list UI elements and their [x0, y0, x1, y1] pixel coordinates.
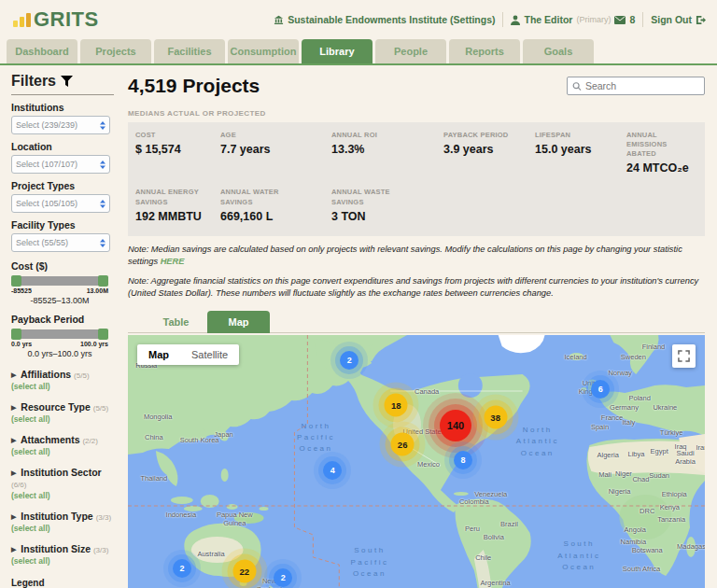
- mail-count[interactable]: 8: [629, 14, 635, 25]
- filter-select[interactable]: Select (239/239): [11, 116, 110, 134]
- stat-label: ANNUAL WASTE SAVINGS: [331, 188, 414, 206]
- filter-section-header[interactable]: ▶ Institution Size (3/3): [11, 543, 114, 554]
- filter-section: ▶ Affiliations (5/5) (select all): [11, 369, 114, 391]
- select-all-link[interactable]: (select all): [11, 447, 114, 456]
- filter-dropdown-group: Project Types Select (105/105): [11, 180, 114, 213]
- nav-tab[interactable]: Reports: [449, 39, 520, 63]
- view-tab[interactable]: Table: [145, 311, 207, 333]
- stat-label: ANNUAL ROI: [331, 131, 414, 140]
- filter-select[interactable]: Select (55/55): [11, 233, 110, 252]
- filter-section: ▶ Attachments (2/2) (select all): [11, 434, 114, 456]
- stat: ANNUAL WATER SAVINGS 669,160 L: [220, 188, 331, 222]
- stat: COST $ 15,574: [135, 131, 220, 175]
- stat-value: 3 TON: [331, 210, 443, 223]
- chevron-right-icon: ▶: [11, 469, 16, 476]
- sign-out-link[interactable]: Sign Out: [651, 14, 706, 25]
- institution-settings-link[interactable]: Sustainable Endowments Institute (Settin…: [274, 14, 495, 25]
- mail-icon[interactable]: [614, 16, 626, 24]
- nav-tab[interactable]: Facilities: [154, 39, 225, 63]
- stat-label: PAYBACK PERIOD: [443, 131, 526, 140]
- page-title: 4,519 Projects: [128, 75, 260, 97]
- medians-stats-panel: COST $ 15,574 AGE 7.7 years ANNUAL ROI 1…: [128, 122, 705, 236]
- cluster-marker[interactable]: 26: [391, 432, 415, 455]
- select-all-link[interactable]: (select all): [11, 556, 114, 566]
- filter-select[interactable]: Select (105/105): [11, 194, 110, 213]
- cluster-marker[interactable]: 22: [232, 559, 256, 582]
- nav-tab[interactable]: Goals: [523, 39, 594, 63]
- payback-slider-handle-min[interactable]: [11, 329, 21, 340]
- filter-section: ▶ Institution Type (3/3) (select all): [11, 511, 114, 533]
- filter-section-header[interactable]: ▶ Institution Sector (6/6): [11, 467, 114, 489]
- cluster-marker[interactable]: 2: [274, 568, 292, 587]
- filter-select[interactable]: Select (107/107): [11, 155, 110, 174]
- stat-label: COST: [135, 131, 218, 140]
- stat: ANNUAL EMISSIONS ABATED 24 MTCO₂e: [626, 131, 697, 175]
- stat-value: 24 MTCO₂e: [626, 161, 697, 175]
- stat-value: 7.7 years: [220, 143, 331, 156]
- stat-label: AGE: [220, 131, 302, 140]
- stat: ANNUAL WASTE SAVINGS 3 TON: [331, 188, 443, 222]
- filter-section: ▶ Institution Size (3/3) (select all): [11, 543, 114, 566]
- divider: [502, 12, 503, 27]
- institution-name: Sustainable Endowments Institute (Settin…: [288, 14, 495, 25]
- stat-value: 13.3%: [331, 143, 443, 156]
- projects-map[interactable]: Map Satellite RussiaMongoliaChinaSouth K…: [128, 335, 705, 588]
- nav-tab[interactable]: Consumption: [228, 39, 299, 63]
- cost-slider[interactable]: [11, 276, 108, 286]
- fullscreen-button[interactable]: [672, 344, 696, 368]
- filter-section-header[interactable]: ▶ Institution Type (3/3): [11, 511, 114, 522]
- map-type-control: Map Satellite: [137, 344, 239, 365]
- stat-label: ANNUAL WATER SAVINGS: [220, 188, 302, 206]
- cost-min-label: -85525: [11, 287, 32, 294]
- divider: [642, 12, 643, 27]
- map-type-map-button[interactable]: Map: [137, 344, 180, 365]
- nav-tab[interactable]: People: [375, 39, 446, 63]
- grits-logo: GRITS: [13, 9, 99, 30]
- cluster-marker[interactable]: 140: [440, 410, 471, 441]
- map-type-satellite-button[interactable]: Satellite: [180, 344, 239, 365]
- payback-slider[interactable]: [11, 329, 108, 339]
- note-medians: Note: Median savings are calculated base…: [128, 244, 705, 268]
- select-all-link[interactable]: (select all): [11, 524, 114, 533]
- cost-filter: Cost ($) -85525 13.00M -85525–13.00M: [11, 260, 114, 305]
- cost-slider-handle-min[interactable]: [11, 275, 21, 287]
- filter-label: Facility Types: [11, 219, 114, 231]
- legend-title: Legend: [11, 578, 114, 588]
- stat: LIFESPAN 15.0 years: [535, 131, 626, 175]
- payback-slider-handle-max[interactable]: [98, 329, 108, 340]
- filter-dropdown-group: Institutions Select (239/239): [11, 102, 114, 134]
- stat-value: 192 MMBTU: [135, 210, 220, 223]
- filter-dropdowns: Institutions Select (239/239) Location S…: [11, 102, 114, 252]
- nav-tab[interactable]: Projects: [80, 39, 151, 63]
- chevron-right-icon: ▶: [11, 404, 16, 411]
- search-input[interactable]: [585, 80, 699, 91]
- filter-dropdown-group: Location Select (107/107): [11, 141, 114, 174]
- select-all-link[interactable]: (select all): [11, 491, 114, 500]
- cluster-marker[interactable]: 4: [323, 461, 342, 480]
- cluster-marker[interactable]: 8: [454, 451, 472, 469]
- person-icon: [511, 15, 520, 25]
- cluster-marker[interactable]: 38: [484, 405, 507, 428]
- here-link[interactable]: HERE: [161, 257, 185, 266]
- cost-slider-handle-max[interactable]: [98, 275, 108, 287]
- filter-label: Project Types: [11, 180, 114, 191]
- filters-sidebar: Filters Institutions Select (239/239) Lo…: [0, 65, 120, 588]
- filter-section-header[interactable]: ▶ Resource Type (5/5): [11, 401, 114, 413]
- cluster-marker[interactable]: 2: [173, 559, 191, 578]
- search-icon: [572, 81, 582, 91]
- stat: ANNUAL ENERGY SAVINGS 192 MMBTU: [135, 188, 220, 222]
- user-menu[interactable]: The Editor (Primary) 8: [511, 14, 635, 25]
- select-all-link[interactable]: (select all): [11, 414, 114, 424]
- chevron-right-icon: ▶: [11, 371, 16, 378]
- stat: ANNUAL ROI 13.3%: [331, 131, 443, 175]
- nav-tab[interactable]: Dashboard: [7, 39, 77, 63]
- view-tab[interactable]: Map: [207, 311, 270, 333]
- cluster-marker[interactable]: 2: [340, 351, 358, 370]
- select-all-link[interactable]: (select all): [11, 382, 114, 391]
- cluster-marker[interactable]: 6: [591, 380, 610, 399]
- filter-section-header[interactable]: ▶ Attachments (2/2): [11, 434, 114, 445]
- cluster-marker[interactable]: 18: [385, 393, 408, 416]
- payback-label: Payback Period: [11, 314, 114, 325]
- filter-section-header[interactable]: ▶ Affiliations (5/5): [11, 369, 114, 380]
- nav-tab[interactable]: Library: [302, 39, 373, 63]
